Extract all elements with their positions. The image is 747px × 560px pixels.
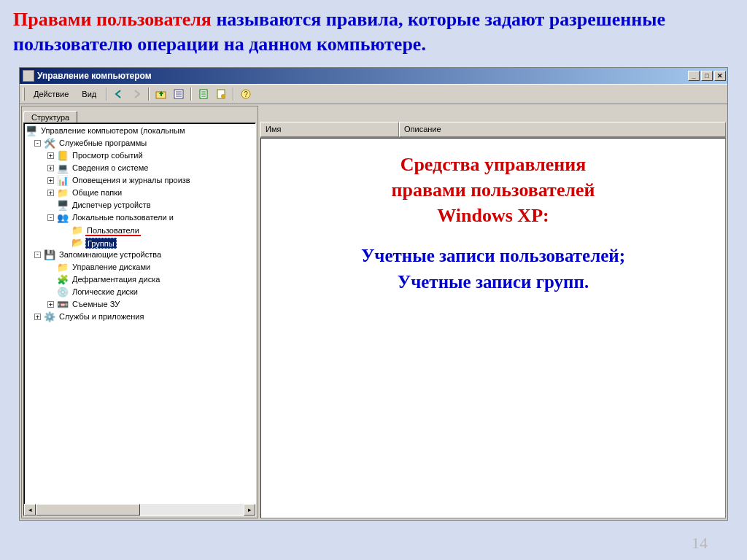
properties-icon [173, 88, 185, 100]
tools-icon: 🛠️ [44, 137, 55, 149]
toolbar-separator [106, 88, 107, 101]
minimize-button[interactable]: _ [688, 71, 700, 81]
overlay-title-line2: правами пользователей [268, 177, 718, 203]
help-button[interactable]: ? [238, 86, 254, 102]
toolbar-separator [148, 88, 150, 101]
alerts-icon: 📊 [57, 174, 69, 186]
folder-icon: 📁 [57, 187, 69, 198]
expander[interactable]: - [47, 214, 54, 221]
scroll-left-button[interactable]: ◂ [24, 504, 36, 516]
folder-open-icon: 📂 [71, 236, 83, 248]
services-icon: ⚙️ [44, 311, 55, 322]
column-name[interactable]: Имя [260, 122, 399, 137]
properties-button[interactable] [171, 86, 187, 102]
overlay-title: Средства управления правами пользователе… [268, 152, 718, 228]
tree-logical-disks[interactable]: Логические диски [71, 287, 139, 297]
tree-removable[interactable]: Съемные ЗУ [71, 299, 121, 309]
heading-term: Правами пользователя [13, 9, 212, 30]
titlebar: Управление компьютером _ □ ✕ [20, 68, 727, 84]
window-title: Управление компьютером [37, 71, 688, 81]
tree-event-viewer[interactable]: Просмотр событий [71, 150, 144, 160]
menu-action[interactable]: Действие [28, 88, 74, 100]
maximize-button[interactable]: □ [701, 71, 713, 81]
tree-tab-row: Структура [22, 106, 258, 122]
tree-local-users[interactable]: Локальные пользователи и [71, 212, 175, 222]
arrow-left-icon [113, 88, 125, 100]
tree[interactable]: 🖥️ Управление компьютером (локальным - 🛠… [24, 123, 255, 323]
slide-heading: Правами пользователя называются правила,… [0, 0, 747, 61]
folder-icon: 📁 [57, 261, 69, 273]
tree-device-manager[interactable]: Диспетчер устройств [71, 200, 152, 210]
svg-text:?: ? [244, 90, 248, 98]
tree-users[interactable]: Пользователи [85, 225, 141, 236]
system-info-icon: 💻 [57, 162, 69, 174]
expander[interactable]: + [47, 165, 54, 171]
scroll-thumb[interactable] [36, 504, 140, 516]
horizontal-scrollbar[interactable]: ◂ ▸ [24, 504, 255, 516]
svg-point-7 [221, 94, 225, 98]
export-button[interactable] [213, 86, 229, 102]
list-body: Средства управления правами пользователе… [260, 138, 726, 518]
tree-system-tools[interactable]: Служебные программы [58, 138, 148, 148]
computer-icon: 🖥️ [26, 125, 37, 136]
expander[interactable]: + [47, 190, 54, 196]
event-viewer-icon: 📒 [57, 149, 69, 161]
storage-icon: 💾 [44, 249, 55, 260]
scroll-right-button[interactable]: ▸ [244, 504, 255, 516]
expander[interactable]: - [34, 140, 41, 147]
close-button[interactable]: ✕ [714, 71, 726, 81]
toolbar: Действие Вид ? [20, 84, 727, 104]
page-number: 14 [692, 534, 708, 553]
tree-root[interactable]: Управление компьютером (локальным [39, 125, 187, 136]
defrag-icon: 🧩 [57, 273, 69, 285]
list-header: Имя Описание [260, 122, 726, 138]
expander[interactable]: + [47, 177, 54, 184]
device-manager-icon: 🖥️ [57, 199, 69, 211]
toolbar-separator [190, 88, 192, 101]
expander[interactable]: + [47, 301, 54, 308]
tree-defrag[interactable]: Дефрагментация диска [71, 274, 161, 284]
tree-services[interactable]: Службы и приложения [58, 311, 145, 322]
menu-view[interactable]: Вид [76, 88, 102, 100]
list-pane: Имя Описание Средства управления правами… [260, 106, 726, 518]
expander[interactable]: + [47, 152, 54, 159]
tree-container: 🖥️ Управление компьютером (локальным - 🛠… [23, 122, 256, 516]
tree-pane: Структура 🖥️ Управление компьютером (лок… [21, 106, 258, 518]
back-button[interactable] [111, 86, 127, 102]
logical-disks-icon: 💿 [57, 286, 69, 298]
folder-icon: 📁 [71, 224, 83, 236]
toolbar-separator [233, 88, 234, 101]
overlay-title-line3: Windows XP: [268, 203, 718, 228]
tree-groups[interactable]: Группы [85, 238, 117, 249]
app-icon [23, 70, 34, 82]
users-groups-icon: 👥 [57, 211, 69, 223]
mmc-window: Управление компьютером _ □ ✕ Действие Ви… [19, 67, 728, 521]
overlay-line-1: Учетные записи пользователей; [268, 246, 718, 266]
forward-button[interactable] [128, 86, 144, 102]
tab-structure[interactable]: Структура [23, 111, 77, 123]
up-folder-button[interactable] [153, 86, 169, 102]
refresh-button[interactable] [196, 86, 212, 102]
tree-shared-folders[interactable]: Общие папки [71, 187, 123, 198]
help-icon: ? [240, 88, 252, 100]
column-description[interactable]: Описание [399, 122, 726, 137]
overlay-title-line1: Средства управления [268, 152, 718, 177]
scroll-track[interactable] [36, 504, 244, 516]
export-icon [215, 88, 227, 100]
tree-storage[interactable]: Запоминающие устройства [58, 249, 163, 260]
tree-system-info[interactable]: Сведения о системе [71, 163, 150, 173]
refresh-icon [198, 88, 209, 100]
expander[interactable]: - [34, 252, 41, 258]
expander[interactable]: + [34, 314, 41, 320]
toolbar-grip [23, 88, 25, 101]
folder-up-icon [155, 88, 167, 100]
content-area: Структура 🖥️ Управление компьютером (лок… [20, 104, 727, 520]
arrow-right-icon [131, 88, 142, 100]
tree-disk-mgmt[interactable]: Управление дисками [71, 262, 152, 272]
tree-alerts[interactable]: Оповещения и журналы произв [71, 175, 192, 185]
removable-storage-icon: 📼 [57, 298, 69, 310]
overlay-line-2: Учетные записи групп. [268, 272, 718, 292]
